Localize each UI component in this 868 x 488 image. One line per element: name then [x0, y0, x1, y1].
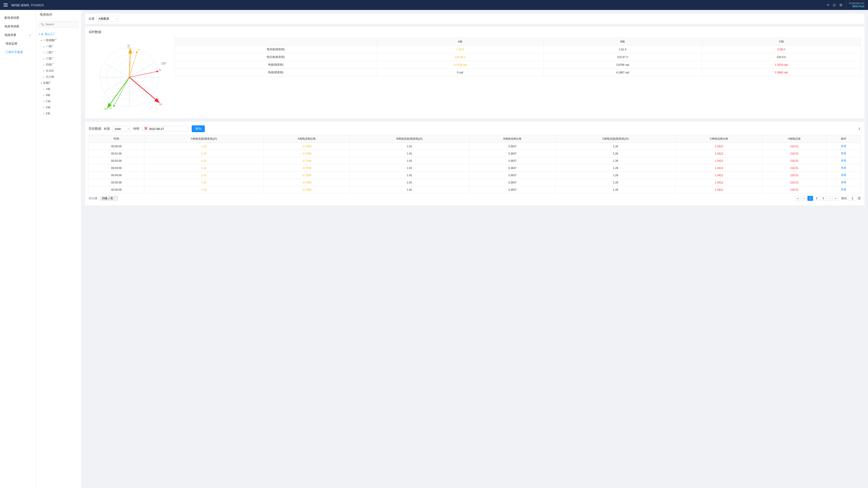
granularity-select[interactable]: 1min5min15min1h — [113, 126, 131, 132]
tree-node-phase2[interactable]: ▸二期厂 — [36, 50, 81, 56]
chevron-right-icon: ▸ — [43, 64, 44, 66]
view-link[interactable]: 查看 — [841, 181, 846, 184]
tree-node-office[interactable]: ▸办公楼 — [36, 74, 81, 80]
svg-text:120°: 120° — [161, 62, 166, 65]
tree-node-phases14[interactable]: ▾一至四期厂 — [36, 37, 81, 43]
history-toolbar: 历史数据 粒度 1min5min15min1h ▾ 時間 📅 查询 ⬇ — [89, 125, 861, 132]
date-input[interactable] — [149, 127, 187, 131]
app-logo: WISE-iEMS POWER — [10, 3, 44, 7]
chevron-right-icon: ▸ — [43, 57, 44, 60]
go-to-label: 前往 — [841, 196, 847, 200]
tree-node-label: 三期厂 — [46, 57, 54, 61]
tree-node-blockE[interactable]: ▸E栋 — [36, 110, 81, 117]
logo-title: WISE-iEMS — [11, 3, 29, 7]
header-right: ≡ ⊙ ⚙ POWERED BY WISE-PaaS — [827, 2, 864, 8]
tree-node-blockA[interactable]: ▸A栋 — [36, 86, 81, 92]
history-table-row: 00:00:00 1.32 -0.7206 1.91 3.3637 1.26 1… — [89, 143, 861, 150]
calendar-icon: 📅 — [144, 127, 148, 131]
chevron-right-icon: ▸ — [43, 94, 44, 96]
app-layout: 配电系统图 电表单线图 电能质量 ∧ 谐波监测 三相不平衡度 电表拓扑 🔍 ▾昆… — [0, 0, 868, 488]
chevron-right-icon: ▸ — [43, 51, 44, 54]
history-title: 历史数据 — [89, 127, 101, 131]
tree-node-phase1[interactable]: ▸一期厂 — [36, 43, 81, 50]
menu-icon[interactable]: ≡ — [827, 3, 829, 7]
page-1-button[interactable]: 1 — [807, 196, 813, 201]
view-link[interactable]: 查看 — [841, 188, 846, 191]
sidebar-item-distribution[interactable]: 配电系统图 — [0, 13, 36, 22]
pagination-right: « ‹ 1 2 3 › » 前往 页 — [795, 196, 861, 201]
history-table-row: 00:01:00 1.32 -0.7206 1.91 3.3637 1.26 1… — [89, 150, 861, 157]
sidebar-item-harmonic[interactable]: 谐波监测 — [0, 39, 36, 48]
tree-node-label: 二期厂 — [46, 51, 54, 55]
history-table-row: 00:03:00 1.32 -0.7206 1.91 3.3637 1.26 1… — [89, 164, 861, 172]
query-button[interactable]: 查询 — [192, 125, 205, 132]
phasor-svg: 0° 120° 240° Ua Ub Uc — [89, 38, 170, 115]
app-header: WISE-iEMS POWER ≡ ⊙ ⚙ POWERED BY WISE-Pa… — [0, 0, 868, 10]
tree-node-phase3[interactable]: ▸三期厂 — [36, 56, 81, 62]
user-icon[interactable]: ⊙ — [833, 3, 836, 7]
chevron-up-icon: ∧ — [29, 33, 31, 37]
page-goto-input[interactable] — [848, 196, 857, 201]
settings-icon[interactable]: ⚙ — [839, 3, 842, 7]
per-page-select[interactable]: 10条／页20条／页50条／页 — [100, 196, 118, 201]
svg-text:Ib: Ib — [110, 107, 112, 109]
svg-line-8 — [129, 77, 155, 92]
chevron-right-icon: ▸ — [43, 45, 44, 48]
history-table: 时间A相电流值(细直线)(A)A相电流相位角B相电流值(细直线)(A)B相电流相… — [89, 135, 861, 193]
pagination-total: 共31条 10条／页20条／页50条／页 — [89, 196, 118, 201]
history-table-row: 00:05:00 1.32 -0.7206 1.91 3.3637 1.26 1… — [89, 179, 861, 186]
granularity-label: 粒度 — [104, 127, 110, 131]
tree-node-label: 四期厂 — [46, 63, 54, 67]
tree-node-kunshan[interactable]: ▾昆山工厂 — [36, 31, 81, 37]
realtime-table-row: 电值(细直线) -0.4128 rad 3.8786 rad 1.3519 ra… — [175, 61, 861, 69]
tree-node-phase4[interactable]: ▸四期厂 — [36, 62, 81, 68]
svg-text:Ia: Ia — [138, 48, 140, 51]
chevron-right-icon: ▸ — [43, 106, 44, 109]
date-input-wrap: 📅 — [142, 126, 189, 132]
page-first-button[interactable]: « — [795, 196, 801, 201]
history-table-row: 00:00:00 1.32 -0.7206 1.91 3.3637 1.26 1… — [89, 186, 861, 193]
page-last-button[interactable]: » — [833, 196, 838, 201]
position-select-wrap: A相垂直B相垂直C相垂直 ▾ — [96, 16, 119, 22]
page-3-button[interactable]: 3 — [820, 196, 826, 201]
tree-node-label: 办公楼 — [46, 75, 54, 79]
view-link[interactable]: 查看 — [841, 152, 846, 155]
sidebar-item-unbalance[interactable]: 三相不平衡度 — [0, 48, 36, 57]
tree-node-blockD[interactable]: ▸D栋 — [36, 104, 81, 110]
svg-text:Ua: Ua — [127, 46, 131, 49]
tree-node-phase5[interactable]: ▾五期厂 — [36, 80, 81, 86]
tree-dot — [41, 34, 43, 35]
download-icon[interactable]: ⬇ — [858, 127, 861, 131]
time-label: 時間 — [133, 127, 139, 131]
view-link[interactable]: 查看 — [841, 144, 846, 148]
page-prev-button[interactable]: ‹ — [802, 196, 807, 201]
tree-node-living[interactable]: ▸生活区 — [36, 68, 81, 74]
history-section: 历史数据 粒度 1min5min15min1h ▾ 時間 📅 查询 ⬇ 时间A相… — [85, 122, 864, 205]
view-link[interactable]: 查看 — [841, 173, 846, 177]
tree-node-label: 昆山工厂 — [44, 32, 55, 36]
powered-by: POWERED BY WISE-PaaS — [846, 2, 864, 8]
position-select[interactable]: A相垂直B相垂直C相垂直 — [96, 16, 119, 22]
tree-node-label: D栋 — [46, 105, 51, 109]
view-link[interactable]: 查看 — [841, 166, 846, 169]
tree-panel-title: 电表拓扑 — [36, 10, 81, 20]
position-label: 位置 — [89, 17, 94, 21]
main-content: 位置 A相垂直B相垂直C相垂直 ▾ 实时数据 — [81, 10, 868, 488]
search-icon: 🔍 — [41, 23, 44, 26]
svg-text:Ic: Ic — [159, 68, 161, 71]
sidebar-item-quality[interactable]: 电能质量 ∧ — [0, 31, 36, 39]
search-input[interactable] — [39, 22, 79, 27]
pagination: 共31条 10条／页20条／页50条／页 « ‹ 1 2 3 › » 前往 — [89, 193, 861, 202]
tree-node-blockB[interactable]: ▸B栋 — [36, 92, 81, 98]
view-link[interactable]: 查看 — [841, 159, 846, 162]
history-table-row: 00:02:00 1.32 -0.7206 1.91 3.3637 1.26 1… — [89, 157, 861, 164]
page-next-button[interactable]: › — [827, 196, 832, 201]
page-2-button[interactable]: 2 — [814, 196, 819, 201]
chevron-right-icon: ▸ — [43, 76, 44, 78]
tree-node-blockC[interactable]: ▸C栋 — [36, 98, 81, 104]
sidebar-item-meter[interactable]: 电表单线图 — [0, 22, 36, 31]
hamburger-menu[interactable] — [4, 3, 8, 6]
svg-line-17 — [129, 77, 159, 102]
tree-panel: 电表拓扑 🔍 ▾昆山工厂▾一至四期厂▸一期厂▸二期厂▸三期厂▸四期厂▸生活区▸办… — [36, 10, 81, 488]
svg-text:Ub: Ub — [104, 107, 107, 110]
